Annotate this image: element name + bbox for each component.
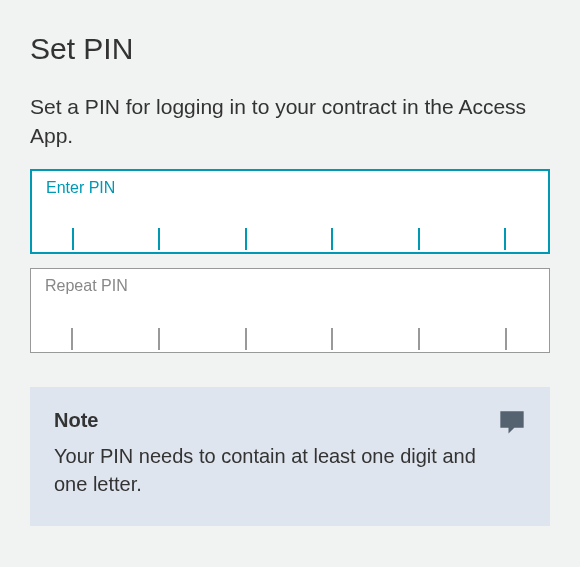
enter-pin-label: Enter PIN [46, 179, 115, 197]
pin-ticks [31, 328, 547, 352]
repeat-pin-label: Repeat PIN [45, 277, 128, 295]
note-text: Your PIN needs to contain at least one d… [54, 442, 526, 498]
page-title: Set PIN [30, 32, 550, 66]
comment-icon [498, 409, 526, 437]
pin-ticks [32, 228, 546, 252]
note-box: Note Your PIN needs to contain at least … [30, 387, 550, 526]
note-title: Note [54, 409, 526, 432]
repeat-pin-field[interactable]: Repeat PIN [30, 268, 550, 353]
page-description: Set a PIN for logging in to your contrac… [30, 92, 550, 151]
enter-pin-field[interactable]: Enter PIN [30, 169, 550, 254]
